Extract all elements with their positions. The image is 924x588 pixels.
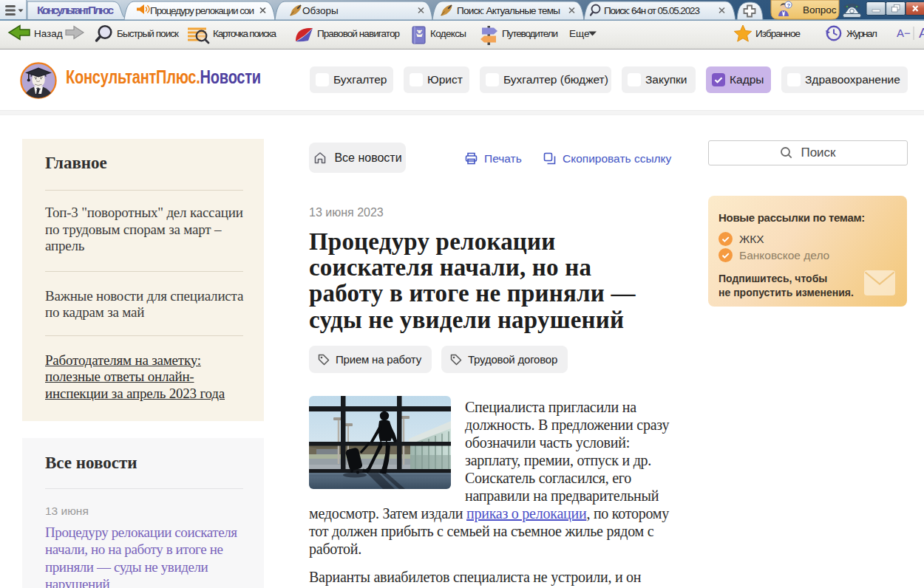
svg-text:Кодексы: Кодексы [430,28,466,39]
svg-text:Еще: Еще [569,28,589,39]
svg-text:Назад: Назад [34,28,63,39]
svg-text:Поиск: 64н от 05.05.2023: Поиск: 64н от 05.05.2023 [604,5,700,16]
svg-text:?: ? [787,2,790,9]
svg-text:Обзоры: Обзоры [302,5,339,16]
svg-text:Быстрый поиск: Быстрый поиск [117,28,179,39]
svg-text:КонсультантПлюс: КонсультантПлюс [37,4,114,16]
svg-text:Процедуру релокации сои: Процедуру релокации сои [150,5,254,16]
svg-text:Карточка поиска: Карточка поиска [213,28,276,39]
svg-text:Вопрос: Вопрос [803,4,837,16]
svg-text:А: А [919,25,924,41]
svg-text:Журнал: Журнал [846,28,877,39]
svg-text:Правовой навигатор: Правовой навигатор [317,28,400,39]
svg-text:Поиск: Актуальные темы: Поиск: Актуальные темы [457,5,560,16]
svg-text:Путеводители: Путеводители [502,28,558,39]
svg-text:Избранное: Избранное [755,28,801,39]
svg-text:А−: А− [897,27,911,39]
